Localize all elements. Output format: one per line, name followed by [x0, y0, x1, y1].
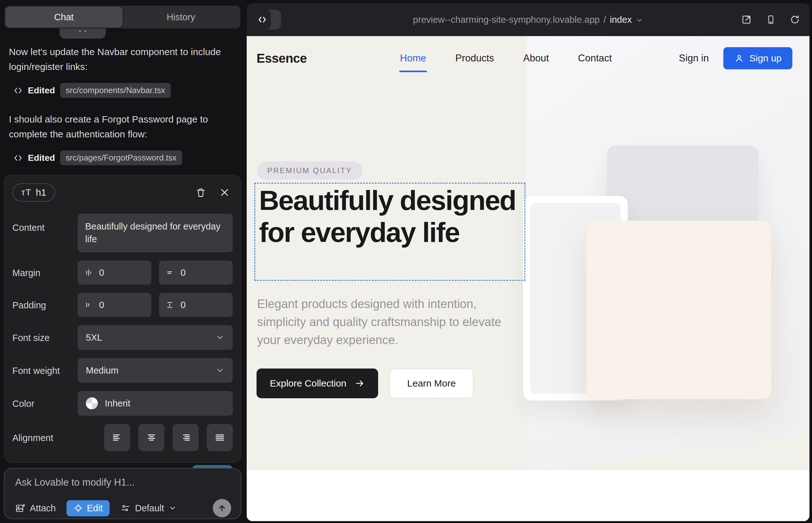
- nav-link-home[interactable]: Home: [400, 53, 426, 64]
- padding-horizontal-icon: [84, 300, 93, 310]
- edited-label: Edited: [28, 153, 55, 163]
- site-canvas: Essence Home Products About Contact Sign…: [247, 36, 810, 521]
- chat-messages: Now let's update the Navbar component to…: [9, 44, 238, 179]
- premium-quality-badge: PREMIUM QUALITY: [257, 161, 362, 180]
- tab-history[interactable]: History: [123, 7, 240, 28]
- close-editor-button[interactable]: [219, 187, 230, 198]
- signin-link[interactable]: Sign in: [679, 53, 709, 64]
- chevron-down-icon: [216, 366, 225, 375]
- alignment-label: Alignment: [12, 432, 77, 443]
- composer-placeholder[interactable]: Ask Lovable to modify H1...: [15, 477, 231, 488]
- chat-composer[interactable]: Ask Lovable to modify H1... Attach Edit …: [4, 468, 241, 519]
- edited-label: Edited: [28, 86, 55, 96]
- attach-button[interactable]: Attach: [15, 503, 56, 513]
- padding-label: Padding: [12, 300, 77, 310]
- color-select[interactable]: Inherit: [77, 391, 233, 416]
- delete-element-button[interactable]: [195, 187, 206, 198]
- edit-mode-button[interactable]: Edit: [67, 500, 110, 516]
- mode-selector[interactable]: Default: [120, 503, 177, 513]
- chevron-down-icon: [169, 504, 177, 512]
- nav-link-products[interactable]: Products: [455, 53, 494, 64]
- color-label: Color: [12, 398, 77, 409]
- preview-topbar: preview--charming-site-symphony.lovable.…: [247, 3, 810, 36]
- signup-button[interactable]: Sign up: [723, 47, 792, 69]
- hero-decor-cream-card: [586, 221, 771, 399]
- sliders-icon: [120, 503, 130, 513]
- align-justify-button[interactable]: [207, 424, 233, 451]
- arrow-right-icon: [355, 378, 365, 389]
- font-size-label: Font size: [12, 332, 77, 343]
- font-weight-label: Font weight: [12, 365, 77, 376]
- nav-link-about[interactable]: About: [523, 53, 549, 64]
- code-icon: [13, 153, 23, 163]
- user-icon: [734, 53, 744, 63]
- padding-x-input[interactable]: 0: [77, 293, 152, 317]
- align-left-button[interactable]: [104, 424, 130, 451]
- margin-y-input[interactable]: 0: [159, 260, 233, 285]
- element-editor-panel: тT h1 Content Beautifully designed for e…: [4, 175, 241, 463]
- edited-file-chip[interactable]: src/pages/ForgotPassword.tsx: [60, 150, 182, 165]
- selected-element-pill[interactable]: тT h1: [12, 183, 55, 202]
- explore-collection-button[interactable]: Explore Collection: [257, 368, 378, 398]
- chevron-down-icon: [636, 16, 643, 24]
- nav-link-contact[interactable]: Contact: [578, 53, 612, 64]
- target-icon: [73, 503, 83, 513]
- site-navbar: Essence Home Products About Contact Sign…: [247, 36, 810, 80]
- collapsed-message-chip[interactable]: [59, 29, 106, 39]
- edited-file-row: Edited src/pages/ForgotPassword.tsx: [13, 150, 238, 165]
- align-center-button[interactable]: [138, 424, 164, 451]
- margin-x-input[interactable]: 0: [77, 260, 152, 285]
- preview-url[interactable]: preview--charming-site-symphony.lovable.…: [247, 3, 810, 36]
- padding-vertical-icon: [165, 300, 175, 310]
- assistant-message: I should also create a Forgot Password p…: [9, 112, 238, 142]
- site-logo[interactable]: Essence: [257, 51, 307, 66]
- margin-vertical-icon: [165, 268, 175, 277]
- text-type-icon: тT: [21, 187, 31, 198]
- content-label: Content: [12, 214, 77, 233]
- lovable-sidebar: Chat History Now let's update the Navbar…: [0, 0, 247, 523]
- refresh-button[interactable]: [790, 15, 800, 25]
- mobile-view-button[interactable]: [766, 15, 776, 25]
- site-lower-section: [247, 470, 810, 521]
- selected-element-outline[interactable]: Beautifully designed for everyday life: [254, 183, 525, 281]
- edited-file-row: Edited src/components/Navbar.tsx: [13, 83, 238, 98]
- arrow-up-icon: [217, 503, 227, 513]
- edited-file-chip[interactable]: src/components/Navbar.tsx: [60, 83, 171, 98]
- font-size-select[interactable]: 5XL: [77, 325, 233, 350]
- learn-more-button[interactable]: Learn More: [390, 368, 474, 398]
- font-weight-select[interactable]: Medium: [77, 358, 233, 383]
- chevron-down-icon: [216, 333, 225, 342]
- tab-chat[interactable]: Chat: [5, 7, 123, 28]
- color-swatch: [86, 397, 98, 409]
- code-icon: [13, 86, 23, 95]
- attach-image-icon: [15, 503, 25, 513]
- selected-element-tag: h1: [36, 187, 46, 198]
- assistant-message: Now let's update the Navbar component to…: [9, 44, 238, 74]
- content-textarea[interactable]: Beautifully designed for everyday life: [77, 214, 233, 252]
- hero-paragraph: Elegant products designed with intention…: [257, 295, 514, 349]
- margin-label: Margin: [12, 267, 77, 278]
- open-external-button[interactable]: [741, 14, 752, 25]
- align-right-button[interactable]: [173, 424, 198, 451]
- preview-frame: preview--charming-site-symphony.lovable.…: [247, 3, 810, 521]
- margin-horizontal-icon: [84, 268, 93, 277]
- hero-heading[interactable]: Beautifully designed for everyday life: [259, 184, 522, 248]
- send-button[interactable]: [213, 499, 231, 517]
- chat-history-tabs: Chat History: [4, 6, 240, 29]
- padding-y-input[interactable]: 0: [159, 293, 233, 317]
